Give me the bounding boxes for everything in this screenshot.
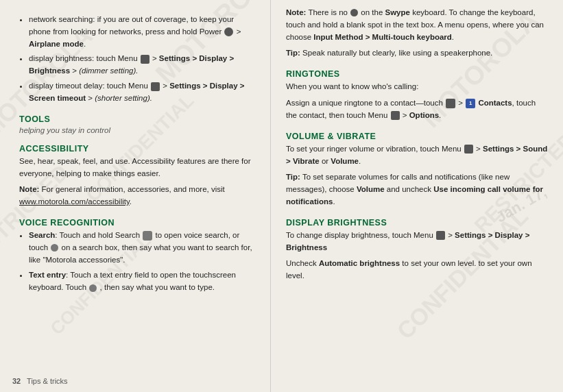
menu-icon-volume (464, 145, 473, 154)
airplane-mode-text: Airplane mode (29, 40, 84, 48)
contacts-icon: 1 (466, 99, 475, 108)
bullet-network: network searching: if you are out of cov… (29, 14, 255, 50)
bullet-timeout: display timeout delay: touch Menu > Sett… (29, 80, 255, 105)
volume-heading: VOLUME & VIBRATE (286, 132, 548, 141)
page-number: 32 (12, 377, 21, 385)
page-footer: 32 Tips & tricks (12, 377, 68, 385)
menu-icon (141, 55, 149, 64)
footer-label: Tips & tricks (27, 377, 68, 385)
page-container: MOTOROLA CONFIDENTIAL RESTRICTED MOTOROL… (0, 0, 563, 392)
top-note-label: Note: (286, 8, 306, 16)
top-note: Note: There is no on the Swype keyboard.… (286, 7, 548, 43)
dimmer-setting: (dimmer setting). (79, 66, 138, 75)
tools-subheading: helping you stay in control (19, 126, 255, 134)
ringtones-intro: When you want to know who's calling: (286, 81, 548, 93)
volume-tip-bold: Volume (357, 185, 385, 193)
input-method-path: Input Method > Multi-touch keyboard (313, 33, 452, 41)
top-note-body1: There is no (308, 8, 350, 16)
accessibility-heading: ACCESSIBILITY (19, 144, 255, 154)
mic-icon (51, 244, 58, 252)
accessibility-url: www.motorola.com/accessibility (19, 197, 130, 206)
tip-body: Speak naturally but clearly, like using … (302, 49, 492, 57)
volume-tip: Tip: To set separate volumes for calls a… (286, 171, 548, 208)
mic-icon-note (350, 9, 358, 16)
voice-bullets: Search: Touch and hold Search to open vo… (29, 230, 255, 294)
shorter-setting: (shorter setting). (95, 94, 152, 102)
tools-heading: TOOLS (19, 114, 255, 124)
ringtones-assign: Assign a unique ringtone to a contact—to… (286, 97, 548, 122)
mic-icon-2 (89, 284, 97, 292)
display-heading: DISPLAY BRIGHTNESS (286, 218, 548, 228)
intro-bullets: network searching: if you are out of cov… (29, 14, 255, 105)
bullet-brightness: display brightness: touch Menu > Setting… (29, 53, 255, 77)
volume-tip-end: and uncheck (385, 185, 434, 193)
ringtones-heading: RINGTONES (286, 69, 548, 79)
accessibility-note: Note: For general information, accessori… (19, 184, 255, 208)
swype-label: Swype (385, 8, 410, 16)
volume-settings-path: Settings > Sound > Vibrate (286, 145, 547, 165)
volume-volume-label: Volume (331, 157, 359, 165)
menu-icon-ringtones (391, 111, 400, 120)
volume-tip-period: . (333, 197, 335, 206)
tip-label: Tip: (286, 49, 300, 57)
search-label: Search (29, 231, 55, 239)
top-tip: Tip: Speak naturally but clearly, like u… (286, 47, 548, 60)
display-body2: Uncheck Automatic brightness to set your… (286, 258, 548, 282)
top-note-on-swype: on the (361, 8, 385, 16)
ringtones-options: > Options. (403, 111, 442, 119)
menu-round-icon (446, 99, 455, 108)
menu-icon-display (436, 231, 445, 240)
voice-heading: VOICE RECOGNITION (19, 218, 255, 228)
display-body2-end: to set your own level. (400, 259, 476, 267)
volume-body: To set your ringer volume or vibration, … (286, 143, 548, 168)
voice-bullet-text-entry: Text entry: Touch a text entry field to … (29, 269, 255, 294)
accessibility-body: See, hear, speak, feel, and use. Accessi… (19, 156, 255, 180)
power-round-icon (224, 27, 233, 36)
top-note-end: . (452, 33, 454, 41)
voice-bullet-search: Search: Touch and hold Search to open vo… (29, 230, 255, 266)
accessibility-note-end: . (130, 197, 132, 206)
volume-tip-label: Tip: (286, 173, 300, 181)
left-column: network searching: if you are out of cov… (0, 0, 271, 392)
search-icon (143, 231, 152, 241)
contacts-label: Contacts (478, 99, 512, 107)
menu-icon-2 (151, 82, 160, 91)
accessibility-note-label: Note: (19, 185, 39, 193)
right-column: Note: There is no on the Swype keyboard.… (271, 0, 563, 392)
display-settings-path: Settings > Display > Brightness (286, 231, 529, 252)
auto-brightness-label: Automatic brightness (319, 259, 400, 267)
display-body: To change display brightness, touch Menu… (286, 230, 548, 254)
accessibility-note-body: For general information, accessories, an… (42, 185, 225, 193)
text-entry-label: Text entry (29, 271, 66, 279)
